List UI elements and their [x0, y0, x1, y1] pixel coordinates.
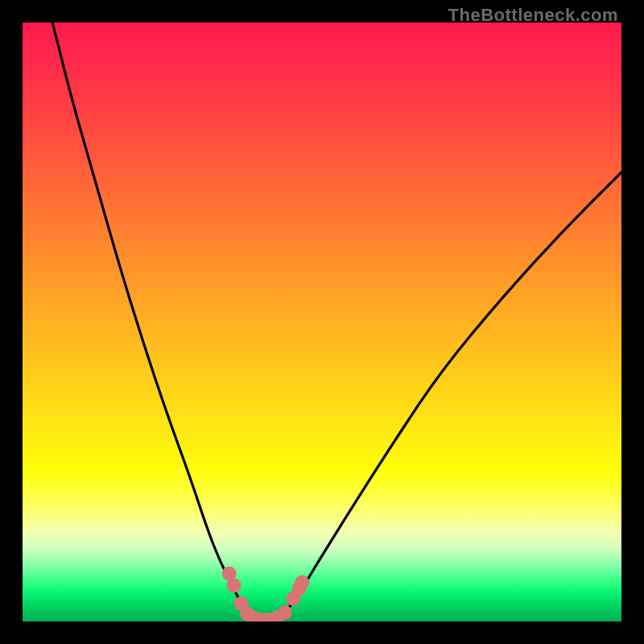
bottleneck-curve-svg [23, 23, 621, 621]
watermark-text: TheBottleneck.com [448, 5, 618, 26]
plot-area [23, 23, 621, 621]
valley-marker [227, 578, 242, 592]
bottleneck-curve [52, 23, 621, 620]
valley-marker [295, 576, 309, 590]
valley-marker [278, 605, 292, 620]
curve-group [52, 23, 621, 621]
chart-frame: TheBottleneck.com [0, 0, 644, 644]
